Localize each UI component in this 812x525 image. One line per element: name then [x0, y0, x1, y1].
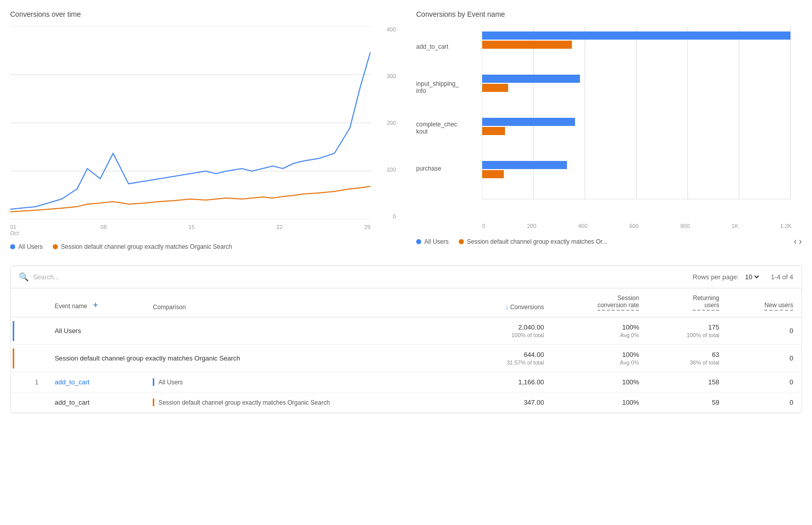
add-column-button[interactable]: + [93, 300, 98, 311]
comparison-text: All Users [158, 379, 183, 386]
conversions-value: 2,040.00 [470, 323, 544, 331]
table-row: 1 add_to_cart All Users 1,166.00 100 [11, 372, 801, 392]
bar-label-checkout: complete_checkout [416, 108, 459, 148]
session-rate-value: 100% [560, 351, 639, 358]
conversions-cell: 1,166.00 [462, 372, 552, 392]
new-users-cell: 0 [727, 317, 801, 345]
bar-legend-organic: Session default channel group exactly ma… [459, 238, 607, 245]
indicator-cell [11, 372, 27, 392]
legend-label-all-users: All Users [18, 243, 43, 250]
returning-value: 175 [655, 323, 719, 331]
bar-label-shipping: input_shipping_info [416, 67, 459, 108]
bar-x-labels: 0 200 400 600 800 1K 1.2K [416, 223, 802, 229]
y-label-400: 400 [387, 26, 396, 32]
indicator-bar-orange [13, 348, 14, 369]
session-rate-value: 100% [560, 378, 639, 386]
event-name-cell: add_to_cart [47, 392, 145, 413]
svg-rect-15 [482, 84, 508, 92]
comparison-cell: All Users [145, 372, 462, 392]
svg-rect-17 [482, 127, 505, 135]
rows-per-page-label: Rows per page: [693, 273, 739, 281]
rows-per-page-select[interactable]: 10 25 50 [743, 273, 761, 281]
bar-prev-button[interactable]: ‹ [794, 236, 797, 247]
session-rate-sub: Avg 0% [560, 359, 639, 366]
session-rate-cell: 100% Avg 0% [552, 317, 647, 345]
new-users-value: 0 [735, 399, 793, 406]
th-conversions: ↓ Conversions [462, 288, 552, 317]
conversions-sub: 31.57% of total [470, 359, 544, 366]
returning-cell: 59 [647, 392, 727, 413]
table-row: add_to_cart Session default channel grou… [11, 392, 801, 413]
session-rate-value: 100% [560, 399, 639, 406]
comparison-text: Session default channel group exactly ma… [158, 399, 330, 406]
returning-value: 158 [655, 378, 719, 386]
y-label-300: 300 [387, 73, 396, 79]
svg-rect-19 [482, 170, 504, 178]
bar-chart-container: Conversions by Event name [416, 10, 802, 250]
session-rate-cell: 100% [552, 372, 647, 392]
table-toolbar: 🔍 Rows per page: 10 25 50 1-4 of 4 [11, 266, 801, 288]
returning-cell: 158 [647, 372, 727, 392]
th-session-rate-label: Sessionconversion rate [597, 294, 639, 311]
table-row: All Users 2,040.00 100% of total 100% Av… [11, 317, 801, 345]
legend-dot-blue [10, 244, 15, 249]
bar-label-purchase: purchase [416, 148, 459, 189]
search-input[interactable] [33, 273, 134, 281]
bar-pagination: ‹ › [794, 236, 802, 247]
svg-rect-14 [482, 75, 580, 83]
indicator-cell [11, 345, 27, 372]
row-number-cell [27, 317, 47, 345]
indicator-cell [11, 317, 27, 345]
event-name-cell: Session default channel group exactly ma… [47, 345, 462, 372]
event-name-text: add_to_cart [55, 399, 90, 406]
returning-cell: 63 36% of total [647, 345, 727, 372]
event-name-link[interactable]: add_to_cart [55, 378, 90, 386]
th-conversions-label: Conversions [510, 304, 544, 311]
bar-y-labels: add_to_cart input_shipping_info complete… [416, 26, 459, 189]
table-row: Session default channel group exactly ma… [11, 345, 801, 372]
th-event-name-label: Event name [55, 303, 87, 310]
returning-sub: 36% of total [655, 359, 719, 366]
conversions-value: 1,166.00 [470, 378, 544, 386]
session-rate-cell: 100% [552, 392, 647, 413]
bar-legend-label-all-users: All Users [424, 238, 449, 245]
comparison-cell: Session default channel group exactly ma… [145, 392, 462, 413]
line-chart-legend: All Users Session default channel group … [10, 243, 396, 250]
table-section: 🔍 Rows per page: 10 25 50 1-4 of 4 [10, 266, 802, 413]
svg-rect-18 [482, 161, 567, 169]
th-session-rate: Sessionconversion rate [552, 288, 647, 317]
bar-chart-title: Conversions by Event name [416, 10, 802, 18]
legend-dot-orange [53, 244, 58, 249]
th-indicator [11, 288, 27, 317]
y-label-0: 0 [387, 213, 396, 219]
event-name-text: All Users [55, 327, 81, 335]
row-number: 1 [35, 379, 39, 386]
conversions-cell: 347.00 [462, 392, 552, 413]
returning-value: 59 [655, 399, 719, 406]
line-chart-title: Conversions over time [10, 10, 396, 18]
new-users-cell: 0 [727, 345, 801, 372]
event-name-cell: add_to_cart [47, 372, 145, 392]
event-name-cell: All Users [47, 317, 462, 345]
th-comparison: Comparison [145, 288, 462, 317]
indicator-bar-blue [13, 321, 14, 341]
page-info: 1-4 of 4 [771, 273, 793, 281]
search-icon: 🔍 [19, 272, 29, 282]
conversions-cell: 2,040.00 100% of total [462, 317, 552, 345]
search-box: 🔍 [19, 272, 693, 282]
conversions-value: 347.00 [470, 399, 544, 406]
bar-legend-label-organic: Session default channel group exactly ma… [467, 238, 607, 245]
bar-label-add-to-cart: add_to_cart [416, 26, 459, 67]
legend-all-users: All Users [10, 243, 43, 250]
session-rate-cell: 100% Avg 0% [552, 345, 647, 372]
new-users-cell: 0 [727, 372, 801, 392]
bar-next-button[interactable]: › [799, 236, 802, 247]
new-users-cell: 0 [727, 392, 801, 413]
th-returning-label: Returningusers [693, 294, 719, 311]
th-returning: Returningusers [647, 288, 727, 317]
legend-label-organic: Session default channel group exactly ma… [61, 243, 232, 250]
comparison-indicator: All Users [153, 378, 454, 386]
rows-per-page-control: Rows per page: 10 25 50 1-4 of 4 [693, 273, 793, 281]
comparison-indicator-orange: Session default channel group exactly ma… [153, 399, 454, 406]
bar-chart-svg [482, 26, 792, 219]
